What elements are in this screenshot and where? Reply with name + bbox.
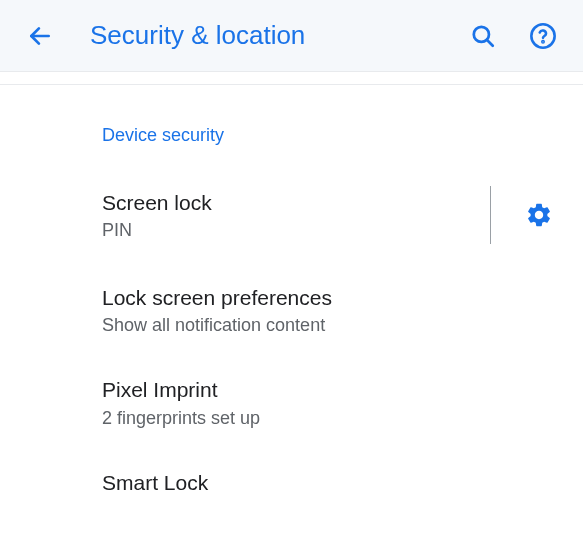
gear-icon <box>525 201 553 229</box>
svg-line-2 <box>487 39 493 45</box>
setting-smart-lock[interactable]: Smart Lock <box>0 449 583 516</box>
back-button[interactable] <box>20 16 60 56</box>
content: Device security Screen lock PIN Lock scr… <box>0 84 583 516</box>
vertical-divider <box>490 186 491 244</box>
screen-lock-settings-button[interactable] <box>519 195 559 235</box>
arrow-back-icon <box>27 23 53 49</box>
setting-screen-lock[interactable]: Screen lock PIN <box>0 166 583 264</box>
search-button[interactable] <box>463 16 503 56</box>
setting-title: Pixel Imprint <box>102 376 559 403</box>
setting-side <box>490 186 559 244</box>
setting-subtitle: Show all notification content <box>102 315 559 336</box>
setting-lock-screen-preferences[interactable]: Lock screen preferences Show all notific… <box>0 264 583 356</box>
help-icon <box>529 22 557 50</box>
setting-text: Screen lock PIN <box>102 189 490 241</box>
setting-text: Pixel Imprint 2 fingerprints set up <box>102 376 559 428</box>
svg-point-4 <box>542 41 543 42</box>
setting-subtitle: PIN <box>102 220 490 241</box>
setting-text: Smart Lock <box>102 469 559 496</box>
header-actions <box>463 16 563 56</box>
section-header-device-security: Device security <box>0 97 583 166</box>
help-button[interactable] <box>523 16 563 56</box>
setting-text: Lock screen preferences Show all notific… <box>102 284 559 336</box>
setting-title: Smart Lock <box>102 469 559 496</box>
setting-subtitle: 2 fingerprints set up <box>102 408 559 429</box>
app-bar: Security & location <box>0 0 583 72</box>
setting-title: Screen lock <box>102 189 490 216</box>
page-title: Security & location <box>90 20 463 51</box>
search-icon <box>470 23 496 49</box>
setting-pixel-imprint[interactable]: Pixel Imprint 2 fingerprints set up <box>0 356 583 448</box>
setting-title: Lock screen preferences <box>102 284 559 311</box>
